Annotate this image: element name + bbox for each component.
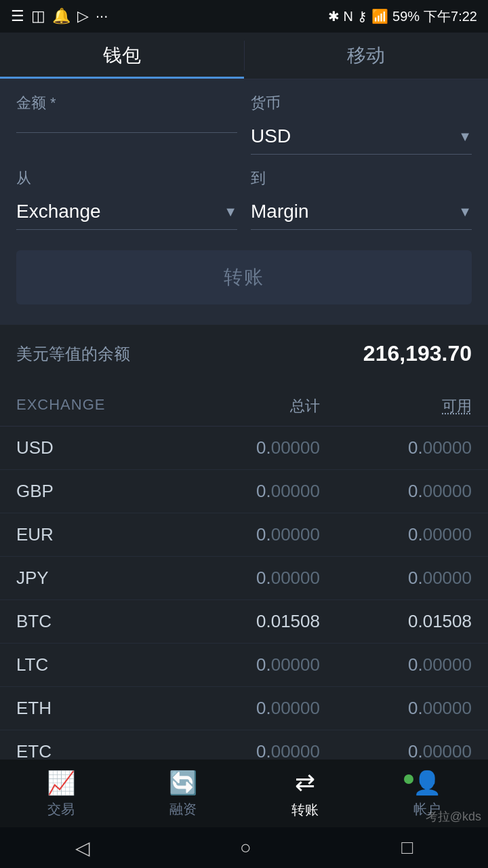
total-value: 0.00000 xyxy=(168,481,320,502)
balance-label: 美元等值的余额 xyxy=(16,343,130,365)
system-nav: ◁ ○ □ xyxy=(0,827,488,868)
total-value: 0.00000 xyxy=(168,568,320,589)
chevron-down-icon-to: ▼ xyxy=(458,204,472,220)
top-tab-bar: 钱包 移动 xyxy=(0,33,488,79)
table-header: EXCHANGE 总计 可用 xyxy=(0,387,488,427)
currency-name: JPY xyxy=(16,568,168,589)
nfc-icon: N xyxy=(344,9,353,24)
chevron-down-icon: ▼ xyxy=(458,129,472,144)
available-value: 0.00000 xyxy=(320,698,472,719)
total-value: 0.00000 xyxy=(168,654,320,675)
signal-icon: 📶 xyxy=(371,8,388,24)
tab-move[interactable]: 移动 xyxy=(245,33,489,79)
key-icon: ⚷ xyxy=(357,8,367,24)
table-row: GBP 0.00000 0.00000 xyxy=(0,470,488,513)
balance-row: 美元等值的余额 216,193.70 xyxy=(16,341,472,366)
status-bar: ☰ ◫ 🔔 ▷ ··· ✱ N ⚷ 📶 59% 下午7:22 xyxy=(0,0,488,33)
table-row: EUR 0.00000 0.00000 xyxy=(0,513,488,557)
battery-label: 59% xyxy=(392,9,420,24)
to-value: Margin xyxy=(251,201,309,222)
time-label: 下午7:22 xyxy=(424,7,477,26)
balance-value: 216,193.70 xyxy=(363,341,472,366)
amount-currency-row: 金额 * 货币 USD ▼ xyxy=(16,93,472,155)
back-button[interactable]: ◁ xyxy=(75,837,90,859)
currency-name: LTC xyxy=(16,654,168,675)
table-row: USD 0.00000 0.00000 xyxy=(0,427,488,470)
recents-button[interactable]: □ xyxy=(401,837,413,859)
total-value: 0.00000 xyxy=(168,524,320,545)
from-field: 从 Exchange ▼ xyxy=(16,168,237,230)
nav-label-finance: 融资 xyxy=(169,800,197,818)
chevron-down-icon-from: ▼ xyxy=(224,204,237,220)
finance-icon: 🔄 xyxy=(169,769,197,796)
from-value: Exchange xyxy=(16,201,101,222)
table-row: BTC 0.01508 0.01508 xyxy=(0,600,488,644)
available-value: 0.00000 xyxy=(320,654,472,675)
col-header-available: 可用 xyxy=(320,396,472,416)
total-value: 0.00000 xyxy=(168,437,320,458)
to-label: 到 xyxy=(251,168,472,189)
transfer-form: 金额 * 货币 USD ▼ 从 Exchange ▼ 到 Margin ▼ xyxy=(0,79,488,325)
amount-input[interactable] xyxy=(16,119,237,133)
col-header-exchange: EXCHANGE xyxy=(16,396,168,416)
currency-name: GBP xyxy=(16,481,168,502)
currency-name: EUR xyxy=(16,524,168,545)
table-row: ETH 0.00000 0.00000 xyxy=(0,687,488,730)
bell-icon: 🔔 xyxy=(52,7,70,25)
transfer-icon: ⇄ xyxy=(295,768,315,797)
account-icon: 👤 xyxy=(413,769,441,796)
nav-item-transfer[interactable]: ⇄ 转账 xyxy=(244,768,366,819)
currency-field: 货币 USD ▼ xyxy=(251,93,472,155)
balance-section: 美元等值的余额 216,193.70 xyxy=(0,325,488,387)
to-field: 到 Margin ▼ xyxy=(251,168,472,230)
currency-value: USD xyxy=(251,125,291,147)
available-value: 0.00000 xyxy=(320,437,472,458)
menu-icon: ☰ xyxy=(11,7,24,25)
wallet-icon: ◫ xyxy=(31,7,45,25)
currency-name: ETH xyxy=(16,698,168,719)
from-to-row: 从 Exchange ▼ 到 Margin ▼ xyxy=(16,168,472,230)
online-indicator xyxy=(404,774,413,784)
home-button[interactable]: ○ xyxy=(240,837,251,859)
currency-name: USD xyxy=(16,437,168,458)
table-row: JPY 0.00000 0.00000 xyxy=(0,557,488,600)
currency-label: 货币 xyxy=(251,93,472,113)
total-value: 0.00000 xyxy=(168,698,320,719)
total-value: 0.01508 xyxy=(168,611,320,632)
status-left: ☰ ◫ 🔔 ▷ ··· xyxy=(11,7,108,25)
nav-label-transfer: 转账 xyxy=(291,801,319,819)
nav-item-finance[interactable]: 🔄 融资 xyxy=(122,769,244,818)
dots-icon: ··· xyxy=(96,7,108,25)
available-value: 0.00000 xyxy=(320,568,472,589)
currency-select[interactable]: USD ▼ xyxy=(251,119,472,155)
amount-label: 金额 * xyxy=(16,93,237,113)
available-value: 0.00000 xyxy=(320,524,472,545)
bluetooth-icon: ✱ xyxy=(328,8,340,24)
status-right: ✱ N ⚷ 📶 59% 下午7:22 xyxy=(328,7,477,26)
from-select[interactable]: Exchange ▼ xyxy=(16,194,237,230)
available-value: 0.00000 xyxy=(320,481,472,502)
bottom-nav: 📈 交易 🔄 融资 ⇄ 转账 👤 帐户 xyxy=(0,760,488,827)
col-header-total: 总计 xyxy=(168,396,320,416)
currency-name: BTC xyxy=(16,611,168,632)
watermark: 考拉@kds xyxy=(426,808,481,825)
nav-label-trade: 交易 xyxy=(47,800,75,818)
trade-icon: 📈 xyxy=(47,769,75,796)
from-label: 从 xyxy=(16,168,237,189)
tab-wallet[interactable]: 钱包 xyxy=(0,33,244,79)
to-select[interactable]: Margin ▼ xyxy=(251,194,472,230)
table-row: LTC 0.00000 0.00000 xyxy=(0,644,488,687)
amount-field: 金额 * xyxy=(16,93,237,155)
transfer-button[interactable]: 转账 xyxy=(16,250,472,304)
nav-item-trade[interactable]: 📈 交易 xyxy=(0,769,122,818)
send-icon: ▷ xyxy=(77,7,89,25)
available-value: 0.01508 xyxy=(320,611,472,632)
